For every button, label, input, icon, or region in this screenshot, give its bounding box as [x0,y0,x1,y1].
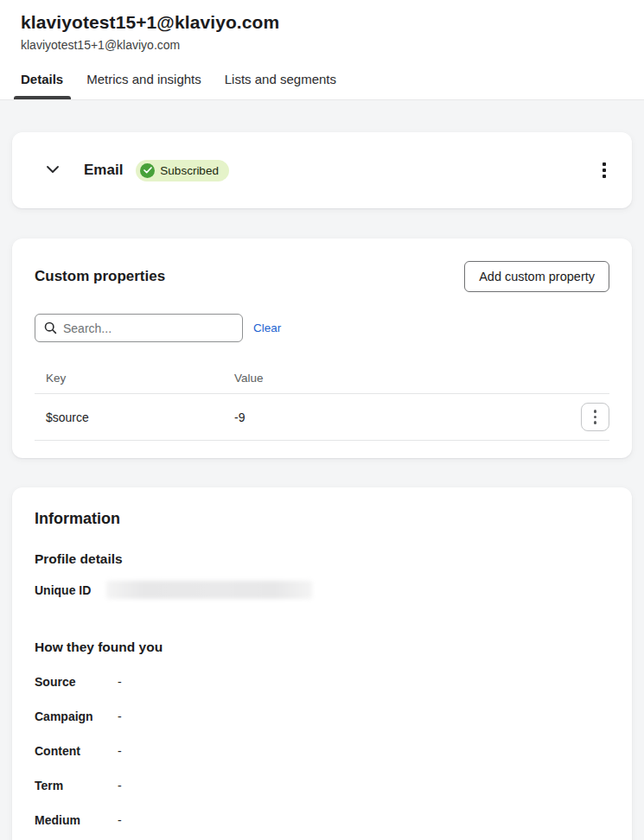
term-row: Term - [35,779,609,793]
status-badge-label: Subscribed [160,164,219,177]
medium-label: Medium [35,813,118,828]
unique-id-row: Unique ID [35,581,609,599]
profile-header: klaviyotest15+1@klaviyo.com klaviyotest1… [0,0,644,100]
custom-properties-card: Custom properties Add custom property Cl… [12,239,632,458]
custom-properties-heading: Custom properties [35,268,165,285]
kebab-menu-icon [603,162,606,178]
property-row-menu-button[interactable] [581,403,609,431]
property-value: -9 [234,410,581,424]
medium-value: - [118,813,122,828]
unique-id-redacted-value [106,581,312,599]
channel-title: Email [84,162,123,179]
term-value: - [118,779,122,793]
information-card: Information Profile details Unique ID Ho… [12,487,632,840]
content-label: Content [35,744,118,759]
column-header-value: Value [234,372,581,385]
medium-row: Medium - [35,813,609,828]
column-header-key: Key [46,372,234,385]
clear-search-link[interactable]: Clear [253,321,281,334]
campaign-label: Campaign [35,710,118,724]
unique-id-label: Unique ID [35,583,106,597]
chevron-down-icon [44,161,61,181]
source-label: Source [35,675,118,690]
table-header-row: Key Value [35,362,609,394]
search-icon [44,321,57,334]
campaign-value: - [118,710,122,724]
profile-details-heading: Profile details [35,551,609,567]
property-key: $source [46,410,234,424]
term-label: Term [35,779,118,793]
expand-toggle-button[interactable] [41,159,64,181]
campaign-row: Campaign - [35,710,609,724]
table-row: $source -9 [35,394,609,441]
source-row: Source - [35,675,609,690]
add-custom-property-button[interactable]: Add custom property [464,261,609,292]
content-row: Content - [35,744,609,759]
email-card-menu-button[interactable] [599,159,609,181]
status-badge: Subscribed [136,160,229,181]
source-value: - [118,675,122,690]
tab-metrics-and-insights[interactable]: Metrics and insights [86,70,201,99]
custom-properties-header: Custom properties Add custom property [35,261,609,292]
email-channel-card: Email Subscribed [12,132,632,208]
information-heading: Information [35,510,609,528]
profile-details-section: Profile details Unique ID [35,551,609,599]
how-they-found-you-section: How they found you Source - Campaign - C… [35,640,609,828]
tab-bar: Details Metrics and insights Lists and s… [21,70,623,99]
how-they-found-you-heading: How they found you [35,640,609,655]
search-row: Clear [35,314,609,342]
content-value: - [118,744,122,759]
check-circle-icon [140,163,155,178]
tab-details[interactable]: Details [21,70,63,99]
page-subtitle: klaviyotest15+1@klaviyo.com [21,38,623,52]
tab-lists-and-segments[interactable]: Lists and segments [225,70,336,99]
search-input[interactable] [63,321,233,335]
properties-table: Key Value $source -9 [35,362,609,441]
search-box [35,314,243,342]
kebab-menu-icon [594,410,597,424]
page-title: klaviyotest15+1@klaviyo.com [21,12,623,33]
